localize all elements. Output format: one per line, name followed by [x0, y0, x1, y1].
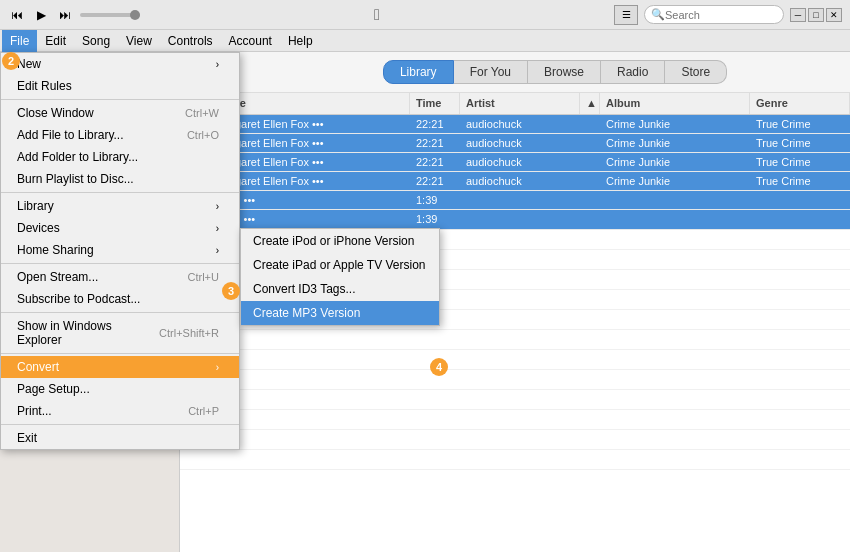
menu-bar: File Edit Song View Controls Account Hel… [0, 30, 850, 52]
submenu-convert-id3[interactable]: Convert ID3 Tags... [241, 277, 439, 301]
menu-entry-pagesetup[interactable]: Page Setup... [1, 378, 239, 400]
menu-entry-new[interactable]: New › [1, 53, 239, 75]
submenu-ipod-version[interactable]: Create iPod or iPhone Version [241, 229, 439, 253]
menu-entry-exit[interactable]: Exit [1, 427, 239, 449]
title-bar: ⏮ ▶ ⏭  ☰ 🔍 ─ □ ✕ [0, 0, 850, 30]
col-album[interactable]: Album [600, 93, 750, 114]
menu-entry-subscribepodcast[interactable]: Subscribe to Podcast... [1, 288, 239, 310]
table-row[interactable]: Margaret Ellen Fox ••• 22:21 audiochuck … [180, 115, 850, 134]
cell-name: Margaret Ellen Fox ••• [210, 115, 410, 133]
arrow-icon: › [216, 223, 219, 234]
arrow-icon: › [216, 362, 219, 373]
empty-row [180, 390, 850, 410]
menu-entry-editrules[interactable]: Edit Rules [1, 75, 239, 97]
col-artist[interactable]: Artist [460, 93, 580, 114]
table-row[interactable]: Margaret Ellen Fox ••• 22:21 audiochuck … [180, 153, 850, 172]
tab-foryou[interactable]: For You [454, 60, 528, 84]
window-controls: ─ □ ✕ [790, 8, 842, 22]
menu-divider [1, 263, 239, 264]
menu-divider [1, 312, 239, 313]
volume-slider[interactable] [80, 13, 140, 17]
menu-entry-devices[interactable]: Devices › [1, 217, 239, 239]
cell-album: Crime Junkie [600, 172, 750, 190]
cell-name: Margaret Ellen Fox ••• [210, 172, 410, 190]
table-row[interactable]: Margaret Ellen Fox ••• 22:21 audiochuck … [180, 172, 850, 191]
step-badge-2: 2 [2, 52, 20, 70]
list-view-button[interactable]: ☰ [614, 5, 638, 25]
menu-song[interactable]: Song [74, 30, 118, 52]
menu-entry-burnplaylist[interactable]: Burn Playlist to Disc... [1, 168, 239, 190]
minimize-button[interactable]: ─ [790, 8, 806, 22]
menu-entry-showinexplorer[interactable]: Show in Windows Explorer Ctrl+Shift+R [1, 315, 239, 351]
tab-browse[interactable]: Browse [528, 60, 601, 84]
submenu-create-mp3[interactable]: Create MP3 Version [241, 301, 439, 325]
search-input[interactable] [665, 9, 775, 21]
rewind-button[interactable]: ⏮ [8, 6, 26, 24]
menu-entry-convert[interactable]: Convert › [1, 356, 239, 378]
menu-entry-closewindow[interactable]: Close Window Ctrl+W [1, 102, 239, 124]
cell-time: 1:39 [410, 210, 460, 229]
maximize-button[interactable]: □ [808, 8, 824, 22]
table-row[interactable]: 1001 ••• 1:39 ♡ 1 [180, 210, 850, 230]
table-row[interactable]: 1001 ••• 1:39 [180, 191, 850, 210]
close-button[interactable]: ✕ [826, 8, 842, 22]
cell-artist: audiochuck [460, 115, 580, 133]
arrow-icon: › [216, 59, 219, 70]
empty-row [180, 350, 850, 370]
menu-controls[interactable]: Controls [160, 30, 221, 52]
menu-divider [1, 353, 239, 354]
col-name[interactable]: Name [210, 93, 410, 114]
cell-genre [750, 191, 850, 209]
arrow-icon: › [216, 245, 219, 256]
playback-controls: ⏮ ▶ ⏭ [8, 6, 140, 24]
menu-help[interactable]: Help [280, 30, 321, 52]
tab-library[interactable]: Library [383, 60, 454, 84]
cell-album [600, 191, 750, 209]
table-header: Name Time Artist ▲ Album Genre ♡ Plays [180, 93, 850, 115]
cell-album: Crime Junkie [600, 134, 750, 152]
menu-entry-homesharing[interactable]: Home Sharing › [1, 239, 239, 261]
table-row[interactable]: Margaret Ellen Fox ••• 22:21 audiochuck … [180, 134, 850, 153]
menu-entry-openstream[interactable]: Open Stream... Ctrl+U [1, 266, 239, 288]
menu-edit[interactable]: Edit [37, 30, 74, 52]
convert-submenu: Create iPod or iPhone Version Create iPa… [240, 228, 440, 326]
menu-file[interactable]: File [2, 30, 37, 52]
col-sort-arrow: ▲ [580, 93, 600, 114]
search-box: 🔍 [644, 5, 784, 24]
cell-genre: True Crime [750, 134, 850, 152]
cell-album [600, 210, 750, 229]
cell-time: 22:21 [410, 153, 460, 171]
fastforward-button[interactable]: ⏭ [56, 6, 74, 24]
empty-row [180, 370, 850, 390]
submenu-ipad-version[interactable]: Create iPad or Apple TV Version [241, 253, 439, 277]
cell-genre: True Crime [750, 115, 850, 133]
tab-radio[interactable]: Radio [601, 60, 665, 84]
menu-view[interactable]: View [118, 30, 160, 52]
cell-genre: True Crime [750, 172, 850, 190]
menu-account[interactable]: Account [221, 30, 280, 52]
play-button[interactable]: ▶ [32, 6, 50, 24]
menu-entry-library[interactable]: Library › [1, 195, 239, 217]
menu-entry-addfile[interactable]: Add File to Library... Ctrl+O [1, 124, 239, 146]
menu-entry-addfolder[interactable]: Add Folder to Library... [1, 146, 239, 168]
cell-sort [580, 153, 600, 171]
col-genre[interactable]: Genre [750, 93, 850, 114]
menu-divider [1, 99, 239, 100]
cell-time: 22:21 [410, 115, 460, 133]
step-badge-3: 3 [222, 282, 240, 300]
cell-name: 1001 ••• [210, 191, 410, 209]
step-badge-4: 4 [430, 358, 448, 376]
nav-tabs: Library For You Browse Radio Store [180, 52, 850, 93]
menu-entry-print[interactable]: Print... Ctrl+P [1, 400, 239, 422]
cell-genre: True Crime [750, 153, 850, 171]
cell-artist [460, 210, 580, 229]
col-time[interactable]: Time [410, 93, 460, 114]
search-icon: 🔍 [651, 8, 665, 21]
tab-store[interactable]: Store [665, 60, 727, 84]
empty-row [180, 330, 850, 350]
cell-sort [580, 172, 600, 190]
cell-time: 22:21 [410, 134, 460, 152]
cell-sort [580, 115, 600, 133]
empty-row [180, 450, 850, 470]
cell-sort [580, 134, 600, 152]
